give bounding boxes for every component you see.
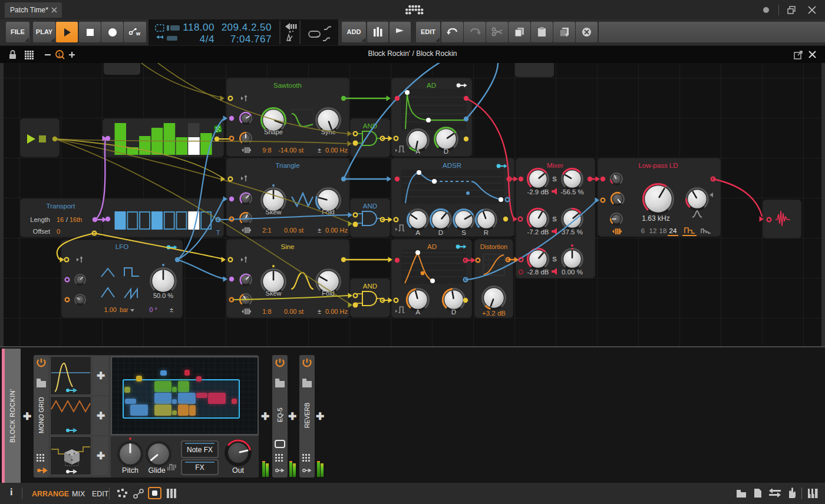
- svg-text:-2.9 dB: -2.9 dB: [527, 188, 549, 195]
- svg-text:Glide: Glide: [148, 466, 165, 475]
- svg-text:0.00 %: 0.00 %: [562, 268, 583, 276]
- svg-text:±: ±: [170, 306, 173, 313]
- svg-text:16th: 16th: [70, 216, 82, 223]
- svg-text:ADSR: ADSR: [443, 162, 461, 169]
- svg-text:±: ±: [318, 147, 321, 154]
- svg-text:T: T: [216, 229, 220, 236]
- svg-text:Skew: Skew: [266, 208, 282, 215]
- svg-text:2:1: 2:1: [262, 227, 271, 234]
- svg-text:AND: AND: [363, 283, 377, 290]
- svg-text:Length: Length: [30, 216, 50, 223]
- svg-text:24: 24: [669, 227, 677, 234]
- svg-text:AND: AND: [363, 203, 377, 210]
- svg-text:Shape: Shape: [264, 128, 283, 135]
- svg-text:S: S: [461, 229, 466, 236]
- svg-text:A: A: [415, 229, 420, 236]
- svg-text:0: 0: [57, 228, 60, 235]
- svg-text:0.00 Hz: 0.00 Hz: [325, 147, 348, 154]
- svg-text:Pitch: Pitch: [122, 466, 138, 475]
- svg-text:Note FX: Note FX: [187, 446, 213, 454]
- svg-text:Out: Out: [232, 466, 245, 475]
- svg-text:Triangle: Triangle: [275, 162, 299, 169]
- svg-text:37.5 %: 37.5 %: [562, 228, 583, 236]
- svg-text:1.63 kHz: 1.63 kHz: [642, 214, 669, 223]
- svg-text:0.00 st: 0.00 st: [284, 227, 303, 234]
- svg-text:Transport: Transport: [47, 203, 76, 210]
- svg-text:12: 12: [649, 227, 657, 234]
- svg-text:R: R: [484, 229, 489, 236]
- svg-text:A: A: [415, 309, 420, 316]
- svg-text:-14.00 st: -14.00 st: [278, 147, 303, 154]
- svg-text:S: S: [552, 256, 557, 263]
- svg-text:Skew: Skew: [266, 290, 282, 297]
- svg-text:D: D: [438, 229, 443, 236]
- svg-text:±: ±: [318, 227, 321, 234]
- svg-text:18: 18: [659, 227, 667, 234]
- svg-text:AD: AD: [427, 82, 436, 89]
- svg-text:Mixer: Mixer: [547, 162, 563, 169]
- svg-text:A: A: [415, 148, 420, 155]
- svg-text:50.0 %: 50.0 %: [153, 292, 173, 299]
- svg-text:16: 16: [57, 216, 64, 223]
- svg-text:9:8: 9:8: [262, 147, 271, 154]
- svg-text:Sawtooth: Sawtooth: [273, 82, 302, 89]
- svg-text:Distortion: Distortion: [480, 243, 507, 250]
- svg-text:0.00 Hz: 0.00 Hz: [325, 308, 348, 315]
- svg-text:-2.8 dB: -2.8 dB: [527, 268, 549, 276]
- svg-text:Low-pass LD: Low-pass LD: [638, 162, 678, 169]
- svg-text:AD: AD: [427, 243, 437, 250]
- svg-text:S: S: [552, 215, 557, 223]
- svg-text:0.00 st: 0.00 st: [284, 308, 303, 315]
- svg-text:1:8: 1:8: [262, 308, 271, 315]
- svg-text:1.00: 1.00: [104, 306, 117, 313]
- svg-text:D: D: [451, 309, 456, 316]
- svg-text:D: D: [444, 148, 448, 155]
- svg-text:Offset: Offset: [33, 228, 50, 235]
- svg-text:6: 6: [641, 227, 645, 234]
- svg-text:Sine: Sine: [280, 243, 294, 250]
- svg-text:±: ±: [318, 308, 321, 315]
- svg-text:w: w: [136, 31, 141, 37]
- svg-text:0.00 Hz: 0.00 Hz: [325, 227, 348, 234]
- svg-text:LFO: LFO: [116, 243, 128, 250]
- svg-text:FX: FX: [195, 463, 204, 472]
- svg-text:-7.2 dB: -7.2 dB: [527, 228, 549, 236]
- svg-text:+3.2 dB: +3.2 dB: [482, 310, 506, 317]
- svg-text:bar: bar: [120, 307, 128, 313]
- svg-text:-56.5 %: -56.5 %: [560, 188, 584, 195]
- svg-text:0 °: 0 °: [149, 306, 157, 313]
- svg-text:S: S: [552, 175, 557, 183]
